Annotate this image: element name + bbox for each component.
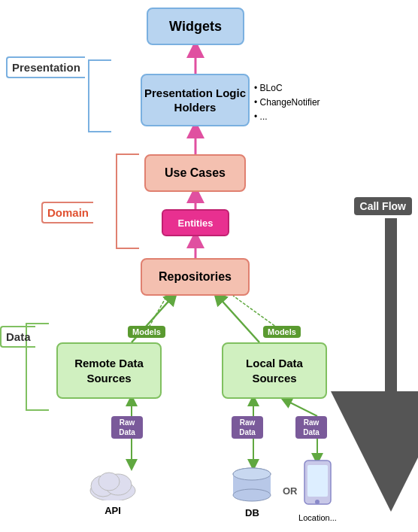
entities-label: Entities bbox=[178, 217, 214, 229]
models-badge-left: Models bbox=[128, 326, 165, 338]
db-icon bbox=[232, 467, 273, 503]
plh-label: Presentation Logic Holders bbox=[142, 86, 248, 115]
data-label: Data bbox=[0, 326, 35, 348]
db-container: DB bbox=[232, 467, 273, 518]
local-data-sources-box: Local Data Sources bbox=[222, 342, 327, 399]
bullet-changenotifier: • ChangeNotifier bbox=[254, 96, 320, 110]
diagram-container: Widgets Presentation Logic Holders Use C… bbox=[0, 0, 418, 532]
svg-line-11 bbox=[286, 400, 317, 416]
entities-box: Entities bbox=[162, 209, 229, 236]
svg-point-24 bbox=[233, 489, 271, 501]
bloc-list: • BLoC • ChangeNotifier • ... bbox=[254, 81, 320, 125]
svg-point-21 bbox=[98, 473, 120, 491]
svg-point-25 bbox=[233, 468, 271, 480]
rawdata-badge-2: Raw Data bbox=[232, 416, 263, 439]
remote-label: Remote Data Sources bbox=[58, 356, 160, 385]
bullet-bloc: • BLoC bbox=[254, 81, 320, 96]
call-flow-label: Call Flow bbox=[354, 197, 412, 215]
presentation-label: Presentation bbox=[6, 56, 85, 78]
repositories-label: Repositories bbox=[159, 270, 232, 284]
api-container: API bbox=[86, 467, 139, 516]
phone-container: Location... bbox=[297, 459, 338, 522]
usecases-box: Use Cases bbox=[144, 154, 246, 192]
repositories-box: Repositories bbox=[141, 258, 250, 296]
widgets-label: Widgets bbox=[169, 19, 222, 35]
bullet-etc: • ... bbox=[254, 110, 320, 124]
or-text: OR bbox=[283, 485, 298, 497]
plh-box: Presentation Logic Holders bbox=[141, 74, 250, 126]
usecases-label: Use Cases bbox=[165, 166, 226, 180]
models-badge-right: Models bbox=[263, 326, 301, 338]
remote-data-sources-box: Remote Data Sources bbox=[56, 342, 162, 399]
api-label: API bbox=[86, 505, 139, 516]
phone-icon bbox=[301, 459, 335, 512]
call-flow-container: Call Flow bbox=[354, 197, 412, 215]
db-label: DB bbox=[232, 507, 273, 518]
svg-line-8 bbox=[218, 296, 259, 342]
rawdata-badge-3: Raw Data bbox=[295, 416, 327, 439]
svg-rect-27 bbox=[307, 465, 328, 497]
local-label: Local Data Sources bbox=[223, 356, 326, 385]
widgets-box: Widgets bbox=[147, 8, 244, 45]
domain-label: Domain bbox=[41, 202, 93, 223]
rawdata-badge-1: Raw Data bbox=[111, 416, 143, 439]
svg-point-28 bbox=[315, 500, 320, 504]
location-label: Location... bbox=[297, 513, 338, 522]
api-cloud-icon bbox=[86, 467, 139, 500]
